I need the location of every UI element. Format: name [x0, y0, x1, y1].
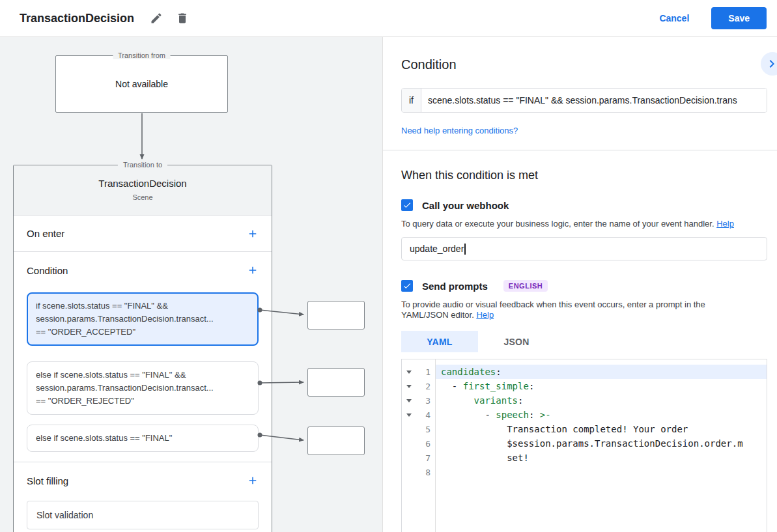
fold-arrow-icon[interactable] [402, 385, 416, 388]
if-chip: if [402, 89, 421, 112]
editor-gutter: 12345678 [402, 359, 436, 532]
prompts-description-text: To provide audio or visual feedback when… [401, 300, 705, 320]
add-on-enter-button[interactable] [246, 227, 260, 241]
condition-item[interactable]: else if scene.slots.status == "FINAL" &&… [27, 361, 259, 415]
text-cursor [464, 244, 466, 255]
code-line[interactable]: - first_simple: [436, 379, 767, 393]
condition-text: session.params.TransactionDecision.trans… [36, 382, 249, 395]
prompts-checkbox[interactable] [401, 280, 413, 292]
on-enter-row[interactable]: On enter [14, 216, 272, 252]
plus-icon [247, 475, 259, 486]
prompts-description: To provide audio or visual feedback when… [401, 300, 730, 320]
yaml-text: - [441, 410, 496, 420]
condition-text: == "ORDER_REJECTED" [36, 395, 249, 408]
edit-title-button[interactable] [148, 10, 164, 26]
code-line[interactable]: variants: [436, 393, 767, 408]
scene-title: TransactionDecision [14, 178, 272, 189]
fold-arrow-icon[interactable] [402, 413, 416, 417]
prompts-label: Send prompts [422, 281, 488, 292]
flow-diagram-panel: Transition from Not available Transition… [0, 37, 382, 532]
webhook-check-row: Call your webhook [401, 199, 767, 211]
yaml-text: : [529, 410, 540, 420]
tab-json[interactable]: JSON [478, 331, 555, 352]
fold-arrow-icon[interactable] [402, 371, 416, 374]
line-number: 5 [416, 425, 435, 434]
yaml-text: : [529, 381, 534, 391]
code-line[interactable]: set! [436, 451, 767, 465]
line-number: 4 [416, 410, 435, 420]
transition-from-value: Not available [56, 56, 227, 112]
transition-from-label: Transition from [113, 51, 171, 59]
delete-scene-button[interactable] [175, 10, 190, 26]
condition-section-header[interactable]: Condition [14, 252, 272, 288]
slot-filling-row[interactable]: Slot filling [14, 462, 272, 499]
yaml-text: set! [441, 453, 529, 463]
transition-target-box[interactable] [307, 427, 365, 455]
webhook-input-value: update_order [410, 244, 464, 254]
condition-text: else if scene.slots.status == "FINAL" [36, 432, 249, 445]
scene-card-header[interactable]: TransactionDecision Scene [14, 165, 272, 216]
slot-validation-label: Slot validation [36, 510, 93, 520]
webhook-description: To query data or execute your business l… [401, 219, 740, 229]
webhook-help-link[interactable]: Help [716, 219, 734, 229]
app-header: TransactionDecision Cancel Save [0, 0, 777, 37]
yaml-text: : [496, 367, 501, 377]
line-number: 1 [416, 367, 435, 377]
line-number: 7 [416, 453, 435, 463]
condition-text: if scene.slots.status == "FINAL" && [36, 300, 249, 313]
prompts-help-link[interactable]: Help [476, 310, 494, 320]
condition-text: session.params.TransactionDecision.trans… [36, 313, 249, 326]
prompts-check-row: Send prompts ENGLISH [401, 280, 767, 292]
yaml-key: variants [474, 395, 518, 406]
code-editor[interactable]: 12345678 candidates: - first_simple: var… [401, 359, 767, 532]
condition-text: else if scene.slots.status == "FINAL" && [36, 369, 249, 382]
cancel-button[interactable]: Cancel [659, 13, 689, 23]
yaml-text: Transaction completed! Your order [441, 424, 688, 434]
gutter-row: 3 [402, 393, 435, 408]
slot-filling-label: Slot filling [27, 475, 68, 486]
yaml-key: candidates [441, 367, 496, 377]
transition-target-box[interactable] [307, 368, 365, 397]
transition-from-box: Transition from Not available [55, 55, 228, 113]
code-line[interactable]: - speech: >- [436, 408, 767, 422]
fold-arrow-icon[interactable] [402, 399, 416, 402]
webhook-input[interactable]: update_order [401, 237, 767, 260]
plus-icon [247, 264, 259, 276]
tab-yaml[interactable]: YAML [401, 331, 478, 352]
transition-target-box[interactable] [307, 301, 365, 329]
check-icon [403, 281, 412, 290]
when-met-title: When this condition is met [401, 169, 767, 182]
trash-icon [176, 12, 189, 25]
gutter-row: 6 [402, 436, 435, 451]
language-badge: ENGLISH [503, 280, 548, 292]
save-button[interactable]: Save [711, 7, 767, 29]
code-line[interactable]: $session.params.TransactionDecision.orde… [436, 436, 767, 451]
condition-item[interactable]: else if scene.slots.status == "FINAL" [27, 425, 259, 452]
yaml-key: >- [540, 410, 551, 420]
webhook-checkbox[interactable] [401, 199, 413, 211]
webhook-description-text: To query data or execute your business l… [401, 219, 714, 229]
on-enter-label: On enter [27, 228, 64, 239]
line-number: 8 [416, 468, 435, 477]
slot-validation-item[interactable]: Slot validation [27, 501, 259, 529]
section-divider [383, 150, 777, 150]
add-slot-button[interactable] [246, 473, 260, 488]
condition-input[interactable] [421, 89, 767, 112]
add-condition-button[interactable] [246, 263, 260, 277]
condition-editor-panel: Condition if Need help entering conditio… [382, 37, 777, 532]
transition-to-label: Transition to [118, 161, 167, 169]
code-line[interactable] [436, 465, 767, 479]
code-line[interactable]: candidates: [436, 365, 767, 379]
gutter-row: 8 [402, 465, 435, 479]
condition-text: == "ORDER_ACCEPTED" [36, 326, 249, 339]
editor-code-area[interactable]: candidates: - first_simple: variants: - … [436, 359, 767, 532]
condition-item[interactable]: if scene.slots.status == "FINAL" && sess… [27, 292, 259, 346]
webhook-label: Call your webhook [422, 200, 509, 211]
yaml-key: speech [496, 410, 529, 420]
editor-tabs: YAML JSON [401, 331, 767, 352]
code-line[interactable]: Transaction completed! Your order [436, 422, 767, 436]
yaml-key: first_simple [463, 381, 529, 391]
gutter-row: 7 [402, 451, 435, 465]
conditions-help-link[interactable]: Need help entering conditions? [401, 126, 518, 135]
check-icon [403, 201, 412, 210]
